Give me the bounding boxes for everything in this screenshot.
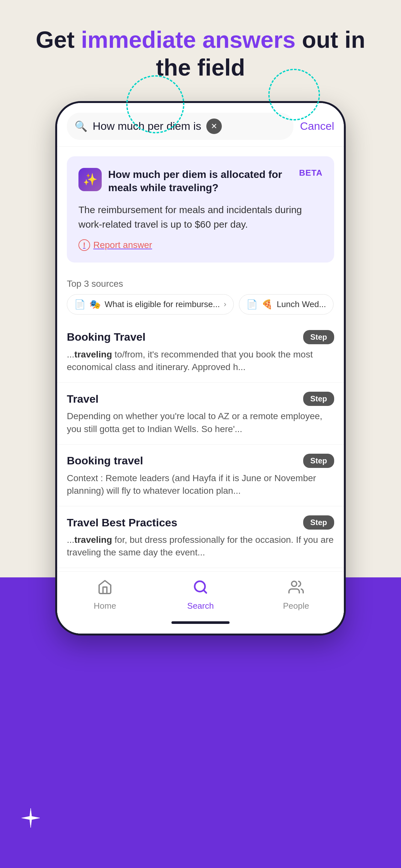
people-icon xyxy=(288,579,304,598)
header-highlight: immediate answers xyxy=(81,27,296,53)
nav-item-home[interactable]: Home xyxy=(57,571,153,616)
step-badge-2: Step xyxy=(303,392,334,406)
result-title-3: Booking travel xyxy=(67,454,143,467)
home-icon xyxy=(97,579,113,598)
nav-item-search[interactable]: Search xyxy=(153,571,248,616)
source-chip-2[interactable]: 📄 🍕 Lunch Wed... xyxy=(239,294,334,314)
dashed-circle-right xyxy=(268,69,320,120)
source-chip-1[interactable]: 📄 🎭 What is eligible for reimburse... › xyxy=(67,294,234,314)
report-answer-link[interactable]: ! Report answer xyxy=(79,239,322,251)
beta-badge: BETA xyxy=(299,168,322,178)
result-header-1: Booking Travel Step xyxy=(67,330,334,344)
clear-button[interactable]: ✕ xyxy=(206,119,222,134)
cancel-button[interactable]: Cancel xyxy=(300,120,334,132)
ai-answer: The reimbursement for meals and incident… xyxy=(79,203,322,231)
search-nav-icon xyxy=(193,579,208,598)
svg-line-1 xyxy=(204,590,206,593)
nav-label-search: Search xyxy=(187,601,214,611)
result-title-1: Booking Travel xyxy=(67,331,146,343)
sources-scroll: 📄 🎭 What is eligible for reimburse... › … xyxy=(67,294,334,314)
result-title-4: Travel Best Practices xyxy=(67,516,177,529)
source-emoji-2: 🍕 xyxy=(261,299,273,310)
home-bar xyxy=(172,621,229,624)
step-badge-3: Step xyxy=(303,454,334,468)
nav-label-home: Home xyxy=(94,601,116,611)
source-arrow-1: › xyxy=(224,300,226,309)
table-row[interactable]: Travel Step Depending on whether you're … xyxy=(57,383,344,444)
sources-section: Top 3 sources 📄 🎭 What is eligible for r… xyxy=(57,272,344,318)
ai-icon: ✨ xyxy=(79,168,102,191)
result-header-3: Booking travel Step xyxy=(67,454,334,468)
phone-content: 🔍 How much per diem is ✕ Cancel ✨ How mu… xyxy=(57,103,344,634)
phone-frame: 🔍 How much per diem is ✕ Cancel ✨ How mu… xyxy=(55,101,346,636)
source-text-1: What is eligible for reimburse... xyxy=(104,299,220,309)
home-indicator xyxy=(57,616,344,633)
step-badge-4: Step xyxy=(303,516,334,530)
result-snippet-1: ...traveling to/from, it's recommended t… xyxy=(67,348,334,373)
report-label: Report answer xyxy=(93,240,152,250)
result-snippet-4: ...traveling for, but dress professional… xyxy=(67,533,334,559)
report-icon: ! xyxy=(79,239,90,251)
ai-card-header: ✨ How much per diem is allocated for mea… xyxy=(79,168,322,195)
sources-label: Top 3 sources xyxy=(67,279,334,289)
results-list: Booking Travel Step ...traveling to/from… xyxy=(57,318,344,571)
result-title-2: Travel xyxy=(67,393,98,405)
source-doc-icon-2: 📄 xyxy=(246,299,258,310)
table-row[interactable]: Booking travel Step Context : Remote lea… xyxy=(57,445,344,506)
nav-label-people: People xyxy=(283,601,309,611)
ai-answer-card: ✨ How much per diem is allocated for mea… xyxy=(67,156,334,262)
step-badge-1: Step xyxy=(303,330,334,344)
source-doc-icon-1: 📄 xyxy=(74,299,86,310)
result-header-2: Travel Step xyxy=(67,392,334,406)
header-title: Get immediate answers out in the field xyxy=(26,26,375,82)
search-icon: 🔍 xyxy=(74,120,88,132)
source-emoji-1: 🎭 xyxy=(89,299,101,310)
bottom-nav: Home Search xyxy=(57,571,344,616)
table-row[interactable]: Travel Best Practices Step ...traveling … xyxy=(57,506,344,568)
result-snippet-2: Depending on whether you're local to AZ … xyxy=(67,410,334,435)
header-plain-start: Get xyxy=(36,27,81,53)
svg-point-2 xyxy=(291,581,297,586)
header-section: Get immediate answers out in the field xyxy=(0,0,401,95)
source-text-2: Lunch Wed... xyxy=(277,299,326,309)
nav-item-people[interactable]: People xyxy=(248,571,344,616)
result-snippet-3: Context : Remote leaders (and Hayfa if i… xyxy=(67,472,334,497)
dashed-circle-left xyxy=(126,75,184,133)
sparkle-icon xyxy=(19,807,42,829)
table-row[interactable]: Booking Travel Step ...traveling to/from… xyxy=(57,321,344,383)
result-header-4: Travel Best Practices Step xyxy=(67,516,334,530)
ai-question: How much per diem is allocated for meals… xyxy=(108,168,292,195)
